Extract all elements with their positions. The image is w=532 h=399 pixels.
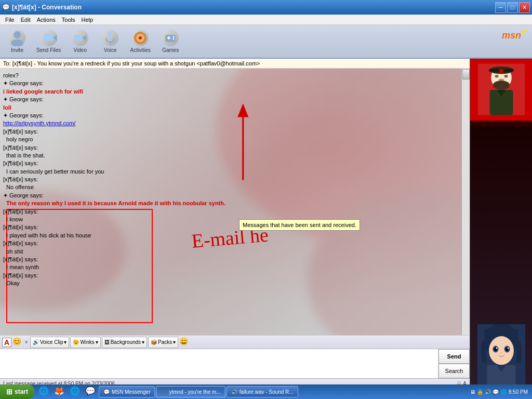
list-item: [x]¶át[x] says:	[3, 208, 467, 216]
voice-button[interactable]: Voice	[97, 28, 123, 55]
voice-label: Voice	[104, 47, 116, 53]
taskbar-msn-icon: 💬	[103, 389, 110, 395]
voice-clip-label: Voice Clip	[40, 339, 63, 345]
main-area: To: [x]¶át[x] - You know you're a rednec…	[0, 59, 532, 389]
list-item: [x]¶át[x] says:	[3, 256, 467, 263]
list-item: ✦ George says:	[3, 112, 467, 119]
svg-point-44	[507, 348, 509, 349]
sidebar-divider	[470, 121, 532, 126]
message-list: rolex? ✦ George says: i lieked google se…	[3, 72, 467, 288]
window-title: [x]¶át[x] - Conversation	[12, 4, 82, 11]
taskbar-item-sound[interactable]: 🔊 failure.wav - Sound R...	[227, 386, 298, 397]
list-item: rolex?	[3, 72, 467, 79]
contact-avatar-image	[478, 63, 525, 115]
input-buttons: Send Search	[438, 349, 470, 378]
list-item: holy negro	[3, 136, 467, 143]
tray-icon-1: 🖥	[470, 389, 475, 395]
message-input[interactable]	[0, 349, 438, 378]
list-item: I can seriously get better music for you	[3, 168, 467, 176]
menu-file[interactable]: File	[2, 16, 18, 24]
taskbar-item-msn[interactable]: 💬 MSN Messenger	[99, 386, 155, 397]
chat-container: To: [x]¶át[x] - You know you're a rednec…	[0, 59, 470, 389]
user-avatar-image	[475, 324, 527, 387]
user-avatar-bottom	[470, 126, 532, 389]
start-label: start	[15, 388, 28, 395]
title-bar: 💬 [x]¶át[x] - Conversation ─ □ ✕	[0, 0, 532, 15]
list-item: [x]¶át[x] says:	[3, 272, 467, 280]
backgrounds-button[interactable]: 🖼 Backgrounds ▾	[102, 337, 147, 348]
svg-point-38	[489, 336, 514, 365]
svg-rect-13	[168, 36, 169, 39]
list-item: ✦ George says:	[3, 79, 467, 87]
packs-arrow: ▾	[173, 339, 176, 345]
backgrounds-icon: 🖼	[104, 339, 110, 345]
search-button[interactable]: Search	[438, 364, 470, 378]
games-button[interactable]: Games	[157, 28, 183, 55]
internet-explorer-icon[interactable]: 🌐	[36, 386, 51, 397]
svg-point-0	[14, 31, 21, 38]
list-item: Okay	[3, 280, 467, 287]
send-button[interactable]: Send	[438, 349, 470, 364]
taskbar-ytmnd-label: ytmnd - you're the m...	[169, 389, 220, 395]
voice-clip-button[interactable]: 🔊 Voice Clip ▾	[30, 337, 69, 348]
minimize-button[interactable]: ─	[495, 2, 506, 13]
emoji-button[interactable]: 😊	[12, 337, 23, 348]
menu-help[interactable]: Help	[78, 16, 96, 24]
menu-tools[interactable]: Tools	[59, 16, 78, 24]
invite-button[interactable]: Invite	[4, 28, 30, 55]
close-button[interactable]: ✕	[519, 2, 530, 13]
list-item: [x]¶át[x] says:	[3, 128, 467, 136]
menu-edit[interactable]: Edit	[18, 16, 34, 24]
invite-label: Invite	[11, 47, 23, 53]
taskbar-sound-icon: 🔊	[231, 389, 237, 395]
winks-label: Winks	[80, 339, 94, 345]
menu-actions[interactable]: Actions	[34, 16, 59, 24]
svg-marker-5	[82, 35, 86, 41]
start-button[interactable]: ⊞ start	[0, 384, 34, 399]
packs-icon: 📦	[151, 339, 157, 345]
packs-label: Packs	[158, 339, 172, 345]
voice-icon	[102, 30, 118, 46]
smiley-button[interactable]: 😄	[179, 337, 190, 348]
list-item: loll	[3, 104, 467, 112]
chat-messages[interactable]: E-mail he Messages that have been sent a…	[0, 69, 470, 335]
activities-label: Activities	[130, 47, 151, 53]
taskbar-ytmnd-icon: 🎵	[161, 389, 167, 395]
voice-clip-icon: 🔊	[33, 339, 39, 345]
activities-button[interactable]: Activities	[127, 28, 153, 55]
list-item: ✦ George says:	[3, 96, 467, 103]
input-area: A 😊 ▾ 🔊 Voice Clip ▾ 😉 Winks ▾ 🖼 Backgro…	[0, 335, 470, 378]
list-item: No offense	[3, 183, 467, 191]
list-item: [x]¶át[x] says:	[3, 159, 467, 167]
list-item: i lieked google search for wifi	[3, 88, 467, 96]
winks-button[interactable]: 😉 Winks ▾	[70, 337, 100, 348]
send-files-button[interactable]: Send Files	[34, 28, 63, 55]
svg-point-32	[493, 81, 509, 90]
games-icon	[162, 30, 179, 46]
backgrounds-arrow: ▾	[142, 339, 144, 345]
taskbar-item-ytmnd[interactable]: 🎵 ytmnd - you're the m...	[156, 386, 225, 397]
title-controls: ─ □ ✕	[495, 2, 530, 13]
list-item: The only reason why I used it is because…	[3, 200, 467, 207]
video-icon	[72, 30, 88, 46]
font-button[interactable]: A	[2, 338, 11, 347]
maximize-button[interactable]: □	[507, 2, 518, 13]
taskbar-sound-label: failure.wav - Sound R...	[240, 389, 294, 395]
firefox-icon[interactable]: 🦊	[52, 386, 66, 397]
svg-rect-6	[108, 32, 112, 39]
tray-icon-2: 🔒	[477, 389, 483, 395]
taskbar-right: 🖥 🔒 🔊 💬 🌐 8:50 PM	[466, 389, 532, 395]
activities-icon	[132, 30, 149, 46]
window-icon: 💬	[2, 4, 10, 11]
packs-button[interactable]: 📦 Packs ▾	[148, 337, 178, 348]
svg-text:⭐: ⭐	[520, 28, 528, 35]
voice-clip-arrow: ▾	[64, 339, 66, 345]
right-sidebar	[470, 59, 532, 389]
video-button[interactable]: Video	[67, 28, 93, 55]
input-row: Send Search	[0, 349, 470, 378]
svg-point-30	[504, 75, 508, 77]
msn-icon[interactable]: 💬	[83, 386, 98, 397]
toolbar: Invite Send Files Video Voice	[0, 25, 532, 59]
taskbar-items: 🌐 🦊 🌐 💬 💬 MSN Messenger 🎵 ytmnd - you're…	[34, 386, 466, 397]
browser-icon2[interactable]: 🌐	[68, 386, 82, 397]
